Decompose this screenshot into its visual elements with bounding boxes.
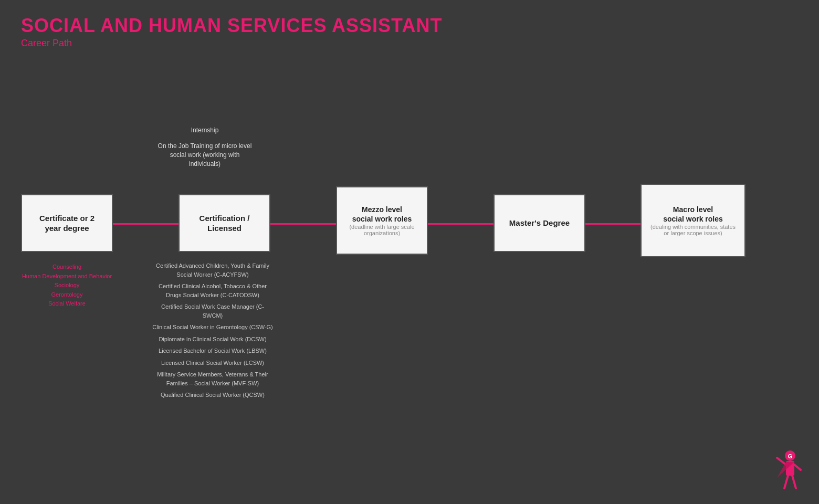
- cert-item-4: Diplomate in Clinical Social Work (DCSW): [152, 335, 273, 344]
- cert-item-0: Certified Advanced Children, Youth & Fam…: [152, 261, 273, 279]
- cert-item-5: Licensed Bachelor of Social Work (LBSW): [152, 346, 273, 355]
- career-path-area: Internship On the Job Training of micro …: [0, 74, 819, 504]
- svg-line-6: [792, 476, 796, 488]
- cert-sub-labels: Counseling Human Development and Behavio…: [10, 262, 123, 309]
- label-social-welfare: Social Welfare: [10, 299, 123, 309]
- hero-figure: G: [761, 446, 803, 499]
- connector-4: [585, 223, 640, 225]
- header: SOCIAL AND HUMAN SERVICES ASSISTANT Care…: [0, 0, 819, 53]
- cert-item-1: Certified Clinical Alcohol, Tobacco & Ot…: [152, 282, 273, 299]
- label-human-dev: Human Development and Behavior: [10, 272, 123, 281]
- svg-line-5: [784, 476, 788, 488]
- cert-item-6: Licensed Clinical Social Worker (LCSW): [152, 359, 273, 368]
- box-cert-degree: Certificate or 2 year degree: [21, 194, 113, 252]
- cert-item-8: Qualified Clinical Social Worker (QCSW): [152, 391, 273, 400]
- sub-title: Career Path: [21, 38, 798, 49]
- box-mezzo-level: Mezzo level social work roles (deadline …: [336, 186, 428, 255]
- cert-item-2: Certified Social Work Case Manager (C-SW…: [152, 302, 273, 320]
- svg-line-4: [794, 465, 801, 470]
- hero-svg: G: [761, 446, 803, 499]
- svg-line-3: [777, 458, 786, 465]
- label-counseling: Counseling: [10, 262, 123, 272]
- box-masters-degree: Master's Degree: [494, 194, 585, 252]
- label-sociology: Sociology: [10, 281, 123, 290]
- certification-items-list: Certified Advanced Children, Youth & Fam…: [152, 261, 273, 403]
- label-internship: Internship: [163, 126, 247, 135]
- main-title: SOCIAL AND HUMAN SERVICES ASSISTANT: [21, 15, 798, 37]
- label-ojt: On the Job Training of micro level socia…: [158, 142, 252, 168]
- cert-item-7: Military Service Members, Veterans & The…: [152, 370, 273, 387]
- connector-1: [113, 223, 178, 225]
- svg-text:G: G: [788, 453, 793, 459]
- connector-2: [270, 223, 336, 225]
- label-gerontology: Gerontology: [10, 290, 123, 300]
- box-certification-licensed: Certification / Licensed: [178, 194, 270, 252]
- cert-item-3: Clinical Social Worker in Gerontology (C…: [152, 323, 273, 332]
- box-macro-level: Macro level social work roles (dealing w…: [640, 184, 746, 257]
- connector-3: [428, 223, 494, 225]
